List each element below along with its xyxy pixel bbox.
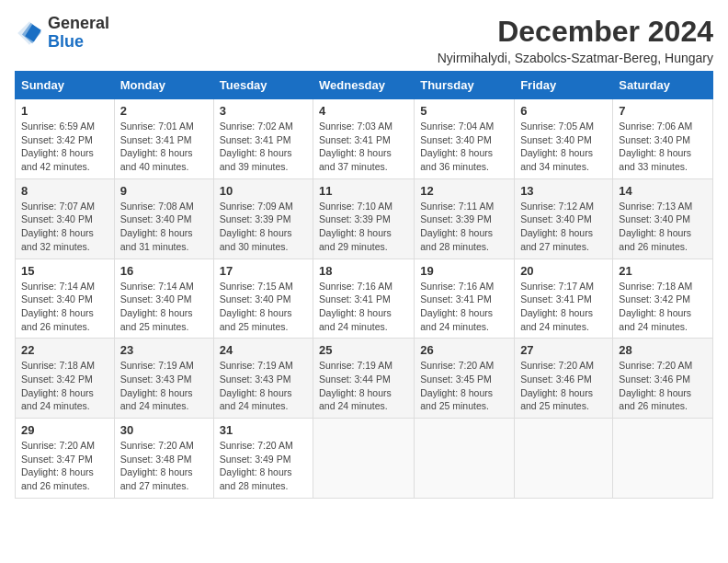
logo-text: General Blue	[48, 15, 109, 52]
day-info: Sunrise: 7:20 AMSunset: 3:49 PMDaylight:…	[220, 439, 307, 493]
day-number: 30	[120, 423, 208, 437]
day-info: Sunrise: 7:17 AMSunset: 3:41 PMDaylight:…	[520, 280, 607, 334]
calendar-cell: 27Sunrise: 7:20 AMSunset: 3:46 PMDayligh…	[515, 339, 613, 419]
day-info: Sunrise: 7:15 AMSunset: 3:40 PMDaylight:…	[220, 280, 307, 334]
day-info: Sunrise: 7:19 AMSunset: 3:43 PMDaylight:…	[120, 359, 208, 413]
day-number: 20	[520, 264, 607, 278]
calendar-cell: 24Sunrise: 7:19 AMSunset: 3:43 PMDayligh…	[213, 339, 313, 419]
calendar-cell: 29Sunrise: 7:20 AMSunset: 3:47 PMDayligh…	[16, 419, 115, 499]
calendar-cell: 14Sunrise: 7:13 AMSunset: 3:40 PMDayligh…	[613, 178, 713, 259]
day-info: Sunrise: 7:05 AMSunset: 3:40 PMDaylight:…	[520, 120, 607, 174]
day-number: 29	[21, 423, 108, 437]
day-number: 17	[220, 264, 307, 278]
calendar-cell: 18Sunrise: 7:16 AMSunset: 3:41 PMDayligh…	[313, 259, 415, 339]
calendar-week-row: 22Sunrise: 7:18 AMSunset: 3:42 PMDayligh…	[16, 339, 713, 419]
calendar-cell: 3Sunrise: 7:02 AMSunset: 3:41 PMDaylight…	[213, 99, 313, 179]
calendar-cell: 23Sunrise: 7:19 AMSunset: 3:43 PMDayligh…	[114, 339, 213, 419]
logo-icon	[15, 18, 44, 48]
day-info: Sunrise: 7:11 AMSunset: 3:39 PMDaylight:…	[420, 200, 508, 254]
day-number: 18	[319, 264, 408, 278]
logo: General Blue	[15, 15, 109, 52]
page-header: General Blue December 2024 Nyirmihalydi,…	[15, 15, 713, 65]
day-number: 3	[220, 104, 307, 118]
day-info: Sunrise: 7:01 AMSunset: 3:41 PMDaylight:…	[120, 120, 208, 174]
day-number: 27	[520, 343, 607, 357]
weekday-header-wednesday: Wednesday	[313, 72, 415, 99]
calendar-cell: 16Sunrise: 7:14 AMSunset: 3:40 PMDayligh…	[114, 259, 213, 339]
weekday-header-tuesday: Tuesday	[213, 72, 313, 99]
day-info: Sunrise: 7:16 AMSunset: 3:41 PMDaylight:…	[420, 280, 508, 334]
calendar-cell: 26Sunrise: 7:20 AMSunset: 3:45 PMDayligh…	[415, 339, 515, 419]
day-info: Sunrise: 7:02 AMSunset: 3:41 PMDaylight:…	[220, 120, 307, 174]
calendar-cell: 19Sunrise: 7:16 AMSunset: 3:41 PMDayligh…	[415, 259, 515, 339]
weekday-header-sunday: Sunday	[16, 72, 115, 99]
calendar-cell: 22Sunrise: 7:18 AMSunset: 3:42 PMDayligh…	[16, 339, 115, 419]
day-number: 9	[120, 184, 208, 198]
day-info: Sunrise: 7:20 AMSunset: 3:46 PMDaylight:…	[619, 359, 707, 413]
calendar-week-row: 8Sunrise: 7:07 AMSunset: 3:40 PMDaylight…	[16, 178, 713, 259]
calendar-cell: 15Sunrise: 7:14 AMSunset: 3:40 PMDayligh…	[16, 259, 115, 339]
day-number: 4	[319, 104, 408, 118]
day-number: 15	[21, 264, 108, 278]
day-number: 5	[420, 104, 508, 118]
day-info: Sunrise: 7:03 AMSunset: 3:41 PMDaylight:…	[319, 120, 408, 174]
calendar-cell: 10Sunrise: 7:09 AMSunset: 3:39 PMDayligh…	[213, 178, 313, 259]
day-number: 22	[21, 343, 108, 357]
day-info: Sunrise: 7:19 AMSunset: 3:43 PMDaylight:…	[220, 359, 307, 413]
day-number: 13	[520, 184, 607, 198]
day-number: 10	[220, 184, 307, 198]
day-info: Sunrise: 7:20 AMSunset: 3:46 PMDaylight:…	[520, 359, 607, 413]
calendar-week-row: 15Sunrise: 7:14 AMSunset: 3:40 PMDayligh…	[16, 259, 713, 339]
calendar-week-row: 29Sunrise: 7:20 AMSunset: 3:47 PMDayligh…	[16, 419, 713, 499]
calendar-cell: 21Sunrise: 7:18 AMSunset: 3:42 PMDayligh…	[613, 259, 713, 339]
calendar-cell: 20Sunrise: 7:17 AMSunset: 3:41 PMDayligh…	[515, 259, 613, 339]
day-info: Sunrise: 7:20 AMSunset: 3:45 PMDaylight:…	[420, 359, 508, 413]
calendar-cell: 11Sunrise: 7:10 AMSunset: 3:39 PMDayligh…	[313, 178, 415, 259]
day-info: Sunrise: 7:04 AMSunset: 3:40 PMDaylight:…	[420, 120, 508, 174]
day-info: Sunrise: 7:18 AMSunset: 3:42 PMDaylight:…	[21, 359, 108, 413]
day-info: Sunrise: 7:16 AMSunset: 3:41 PMDaylight:…	[319, 280, 408, 334]
calendar-cell: 30Sunrise: 7:20 AMSunset: 3:48 PMDayligh…	[114, 419, 213, 499]
day-number: 24	[220, 343, 307, 357]
day-info: Sunrise: 6:59 AMSunset: 3:42 PMDaylight:…	[21, 120, 108, 174]
day-info: Sunrise: 7:19 AMSunset: 3:44 PMDaylight:…	[319, 359, 408, 413]
day-number: 12	[420, 184, 508, 198]
day-info: Sunrise: 7:08 AMSunset: 3:40 PMDaylight:…	[120, 200, 208, 254]
day-number: 28	[619, 343, 707, 357]
day-number: 31	[220, 423, 307, 437]
day-info: Sunrise: 7:09 AMSunset: 3:39 PMDaylight:…	[220, 200, 307, 254]
calendar-cell: 9Sunrise: 7:08 AMSunset: 3:40 PMDaylight…	[114, 178, 213, 259]
calendar-cell: 13Sunrise: 7:12 AMSunset: 3:40 PMDayligh…	[515, 178, 613, 259]
calendar-cell: 4Sunrise: 7:03 AMSunset: 3:41 PMDaylight…	[313, 99, 415, 179]
day-info: Sunrise: 7:14 AMSunset: 3:40 PMDaylight:…	[120, 280, 208, 334]
day-info: Sunrise: 7:06 AMSunset: 3:40 PMDaylight:…	[619, 120, 707, 174]
day-number: 1	[21, 104, 108, 118]
calendar-cell	[415, 419, 515, 499]
calendar-cell: 7Sunrise: 7:06 AMSunset: 3:40 PMDaylight…	[613, 99, 713, 179]
calendar-cell: 25Sunrise: 7:19 AMSunset: 3:44 PMDayligh…	[313, 339, 415, 419]
calendar-body: 1Sunrise: 6:59 AMSunset: 3:42 PMDaylight…	[16, 99, 713, 499]
day-info: Sunrise: 7:13 AMSunset: 3:40 PMDaylight:…	[619, 200, 707, 254]
day-number: 25	[319, 343, 408, 357]
calendar-cell: 5Sunrise: 7:04 AMSunset: 3:40 PMDaylight…	[415, 99, 515, 179]
day-number: 11	[319, 184, 408, 198]
day-number: 6	[520, 104, 607, 118]
weekday-header-thursday: Thursday	[415, 72, 515, 99]
calendar-cell: 1Sunrise: 6:59 AMSunset: 3:42 PMDaylight…	[16, 99, 115, 179]
day-number: 16	[120, 264, 208, 278]
day-info: Sunrise: 7:18 AMSunset: 3:42 PMDaylight:…	[619, 280, 707, 334]
weekday-header-row: SundayMondayTuesdayWednesdayThursdayFrid…	[16, 72, 713, 99]
calendar-cell: 2Sunrise: 7:01 AMSunset: 3:41 PMDaylight…	[114, 99, 213, 179]
day-info: Sunrise: 7:14 AMSunset: 3:40 PMDaylight:…	[21, 280, 108, 334]
location-title: Nyirmihalydi, Szabolcs-Szatmar-Bereg, Hu…	[438, 51, 713, 65]
calendar-cell	[313, 419, 415, 499]
day-number: 7	[619, 104, 707, 118]
calendar-cell: 17Sunrise: 7:15 AMSunset: 3:40 PMDayligh…	[213, 259, 313, 339]
weekday-header-friday: Friday	[515, 72, 613, 99]
calendar-cell	[613, 419, 713, 499]
calendar-cell: 12Sunrise: 7:11 AMSunset: 3:39 PMDayligh…	[415, 178, 515, 259]
day-number: 14	[619, 184, 707, 198]
day-number: 19	[420, 264, 508, 278]
calendar-cell: 28Sunrise: 7:20 AMSunset: 3:46 PMDayligh…	[613, 339, 713, 419]
weekday-header-monday: Monday	[114, 72, 213, 99]
